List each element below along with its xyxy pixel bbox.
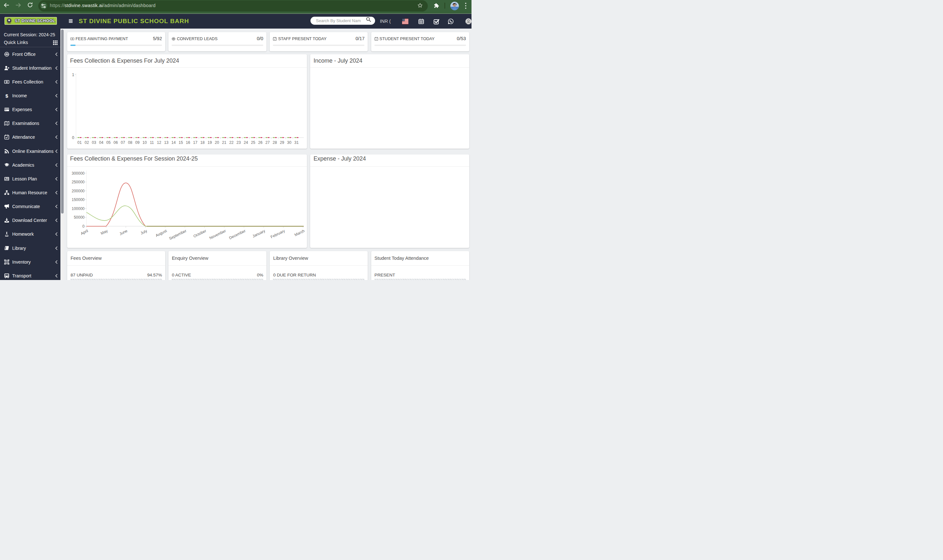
svg-text:January: January: [252, 228, 266, 238]
svg-text:02: 02: [85, 140, 89, 145]
svg-text:28: 28: [273, 140, 277, 145]
svg-text:50000: 50000: [74, 215, 85, 220]
svg-text:24: 24: [244, 140, 248, 145]
svg-text:June: June: [119, 228, 128, 236]
svg-text:July: July: [140, 228, 148, 235]
svg-text:11: 11: [150, 140, 154, 145]
svg-text:26: 26: [258, 140, 262, 145]
svg-text:17: 17: [193, 140, 198, 145]
svg-text:15: 15: [179, 140, 183, 145]
svg-text:05: 05: [106, 140, 111, 145]
svg-text:250000: 250000: [72, 180, 85, 184]
svg-text:25: 25: [251, 140, 256, 145]
svg-text:0: 0: [82, 224, 85, 228]
svg-text:04: 04: [99, 140, 103, 145]
svg-text:12: 12: [157, 140, 161, 145]
svg-text:16: 16: [186, 140, 190, 145]
svg-text:March: March: [294, 228, 306, 237]
svg-text:150000: 150000: [72, 197, 85, 202]
svg-text:08: 08: [128, 140, 133, 145]
svg-text:May: May: [100, 228, 109, 236]
svg-text:07: 07: [121, 140, 125, 145]
svg-text:1: 1: [72, 38, 73, 40]
svg-text:21: 21: [222, 140, 227, 145]
svg-text:1: 1: [72, 72, 74, 77]
svg-text:February: February: [270, 228, 286, 239]
svg-text:14: 14: [171, 140, 176, 145]
svg-text:10: 10: [142, 140, 147, 145]
svg-text:29: 29: [280, 140, 284, 145]
svg-text:03: 03: [92, 140, 96, 145]
svg-text:23: 23: [236, 140, 241, 145]
svg-text:$: $: [5, 93, 8, 98]
svg-text:18: 18: [200, 140, 205, 145]
svg-text:13: 13: [164, 140, 169, 145]
svg-text:19: 19: [208, 140, 212, 145]
svg-text:September: September: [168, 228, 187, 240]
svg-text:0: 0: [72, 135, 74, 140]
svg-text:200000: 200000: [72, 188, 85, 193]
svg-text:27: 27: [265, 140, 270, 145]
svg-text:01: 01: [77, 140, 82, 145]
svg-text:November: November: [208, 228, 227, 240]
svg-text:30: 30: [287, 140, 292, 145]
svg-text:31: 31: [295, 140, 299, 145]
svg-text:09: 09: [135, 140, 140, 145]
svg-text:April: April: [80, 228, 89, 236]
svg-text:300000: 300000: [72, 171, 85, 175]
svg-text:August: August: [155, 228, 168, 238]
svg-text:100000: 100000: [72, 206, 85, 211]
svg-text:06: 06: [113, 140, 118, 145]
svg-text:22: 22: [229, 140, 234, 145]
svg-text:20: 20: [215, 140, 219, 145]
svg-text:December: December: [228, 228, 246, 240]
svg-text:October: October: [193, 228, 207, 238]
